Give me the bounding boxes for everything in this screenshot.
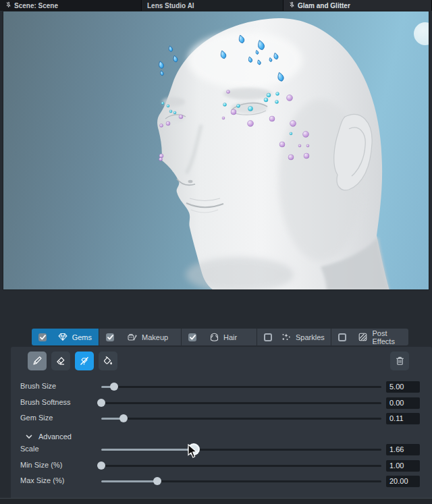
slider-track[interactable]: [101, 402, 381, 404]
slider-fill: [101, 480, 157, 482]
gem-purple: [159, 154, 163, 158]
gem-cyan: [237, 105, 240, 108]
pin-icon: [5, 1, 11, 9]
checkbox-checked[interactable]: [38, 333, 47, 341]
slider-value-field[interactable]: 5.00: [386, 381, 420, 393]
gem-cyan: [173, 111, 176, 114]
slider-handle[interactable]: [189, 445, 198, 454]
slider-label: Brush Softness: [20, 398, 71, 406]
slider-value-field[interactable]: 20.00: [386, 476, 420, 487]
gem-purple: [269, 116, 275, 121]
gem-eraser-tool-button[interactable]: [75, 352, 94, 370]
slider-track[interactable]: [101, 418, 381, 420]
gem-cyan: [167, 105, 169, 107]
slider-handle[interactable]: [153, 477, 161, 485]
tab-glam-and-glitter[interactable]: Glam and Glitter: [284, 0, 432, 11]
advanced-section-toggle[interactable]: Advanced: [11, 430, 213, 443]
gem-cyan: [276, 92, 279, 96]
post-effects-icon: [358, 333, 367, 341]
tab-scene[interactable]: Scene: Scene: [0, 0, 142, 11]
slider-handle[interactable]: [119, 414, 128, 422]
slider-row-brush-softness: Brush Softness0.00: [11, 396, 432, 410]
gem-purple: [303, 132, 309, 138]
slider-row-max-size-: Max Size (%)20.00: [11, 474, 432, 488]
slider-handle[interactable]: [97, 461, 105, 470]
layer-label: Gems: [72, 333, 92, 341]
trash-icon: [396, 356, 404, 366]
layer-toggle-post-effects[interactable]: Post Effects: [331, 329, 408, 345]
eraser-tool-button[interactable]: [51, 352, 70, 370]
tab-scene-label: Scene: Scene: [14, 2, 58, 9]
gem-purple: [306, 144, 309, 147]
slider-value-field[interactable]: 1.66: [386, 444, 420, 455]
tab-lens-studio-ai-label: Lens Studio AI: [147, 2, 194, 9]
gem-purple: [298, 144, 301, 147]
slider-value-field[interactable]: 0.11: [386, 413, 420, 424]
layer-label: Sparkles: [296, 333, 325, 341]
gem-purple: [222, 117, 225, 119]
gem-icon: [58, 333, 68, 341]
brush-icon: [32, 356, 42, 366]
gem-purple: [231, 109, 236, 115]
gem-purple: [227, 90, 230, 94]
layer-label: Makeup: [142, 333, 168, 341]
slider-row-brush-size: Brush Size5.00: [11, 380, 432, 393]
window-tab-bar: Scene: Scene Lens Studio AI Glam and Gli…: [0, 0, 432, 11]
slider-value-field[interactable]: 1.00: [386, 460, 420, 472]
scene-viewport[interactable]: [3, 11, 429, 290]
makeup-icon: [128, 333, 137, 341]
layer-toggle-hair[interactable]: Hair: [182, 329, 257, 345]
sparkles-icon: [281, 333, 291, 341]
gem-drop: [172, 55, 178, 63]
gem-cyan: [275, 101, 279, 104]
gem-drop: [257, 59, 261, 65]
gem-drop: [269, 57, 272, 62]
gems-layer: [3, 11, 429, 290]
fill-tool-button[interactable]: [99, 352, 117, 370]
slider-track[interactable]: [101, 465, 381, 467]
gems-control-panel: Brush Size5.00Brush Softness0.00Gem Size…: [11, 347, 432, 498]
gem-purple: [179, 115, 183, 119]
slider-label: Brush Size: [20, 382, 56, 390]
slider-label: Gem Size: [20, 414, 53, 422]
gem-purple: [160, 124, 163, 128]
checkbox-checked[interactable]: [188, 333, 196, 341]
tab-lens-studio-ai[interactable]: Lens Studio AI: [142, 0, 284, 11]
slider-fill: [101, 449, 194, 451]
checkbox-checked[interactable]: [106, 333, 114, 341]
slider-handle[interactable]: [110, 383, 118, 391]
gem-cyan: [161, 102, 164, 105]
gem-drop: [160, 70, 164, 76]
layer-label: Hair: [223, 333, 237, 341]
gem-drop: [238, 34, 245, 44]
pin-icon: [289, 1, 295, 9]
slider-label: Scale: [20, 445, 39, 453]
gem-purple: [304, 153, 309, 159]
brush-tool-button[interactable]: [28, 352, 47, 370]
chevron-down-icon: [26, 435, 32, 439]
slider-row-scale: Scale1.66: [11, 443, 432, 456]
layer-toggle-sparkles[interactable]: Sparkles: [257, 329, 331, 345]
gem-purple: [288, 155, 294, 160]
layer-toggle-gems[interactable]: Gems: [32, 329, 99, 345]
gem-purple: [290, 121, 296, 127]
checkbox-unchecked[interactable]: [264, 333, 272, 341]
delete-all-button[interactable]: [390, 352, 409, 370]
hair-icon: [210, 333, 219, 341]
layer-toggle-bar: GemsMakeupHairSparklesPost Effects: [32, 329, 408, 345]
slider-value-field[interactable]: 0.00: [386, 397, 420, 409]
slider-track[interactable]: [101, 386, 381, 388]
gem-cyan: [267, 93, 271, 97]
gem-purple: [166, 121, 170, 125]
gem-drop: [255, 50, 259, 55]
slider-label: Max Size (%): [20, 476, 64, 484]
slider-track[interactable]: [101, 449, 381, 451]
slider-handle[interactable]: [97, 399, 105, 407]
gem-purple: [287, 95, 293, 101]
layer-toggle-makeup[interactable]: Makeup: [99, 329, 182, 345]
gem-cyan: [248, 107, 253, 111]
gem-cyan: [264, 98, 268, 102]
checkbox-unchecked[interactable]: [338, 333, 346, 341]
panel-footer: [0, 498, 432, 504]
slider-track[interactable]: [101, 480, 381, 482]
